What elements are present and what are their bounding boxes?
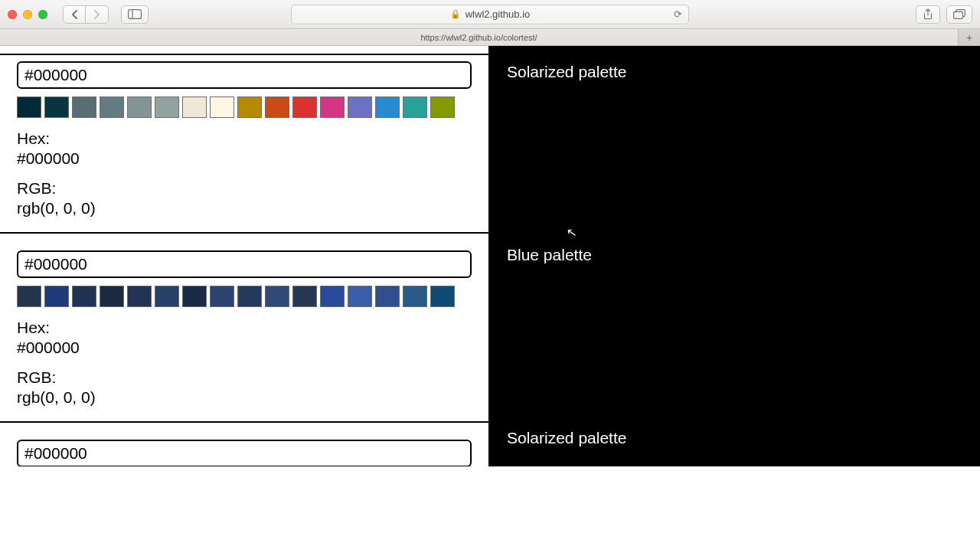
- swatch-row-1: [17, 286, 472, 307]
- color-swatch[interactable]: [375, 286, 400, 307]
- color-swatch[interactable]: [237, 96, 262, 118]
- tabs-icon: [953, 9, 965, 19]
- hex-label: Hex:: [17, 129, 472, 149]
- browser-titlebar: 🔒 wlwl2.github.io ⟳: [0, 0, 980, 29]
- color-swatch[interactable]: [44, 96, 69, 118]
- new-tab-button[interactable]: +: [959, 29, 980, 45]
- color-swatch[interactable]: [127, 286, 152, 307]
- color-swatch[interactable]: [210, 96, 234, 118]
- show-tabs-button[interactable]: [946, 5, 972, 24]
- back-button[interactable]: [63, 5, 86, 24]
- color-swatch[interactable]: [375, 96, 400, 118]
- color-swatch[interactable]: [100, 286, 124, 307]
- swatch-row-0: [17, 96, 472, 118]
- chevron-right-icon: [93, 10, 100, 19]
- tab-title: https://wlwl2.github.io/colortest/: [420, 33, 537, 42]
- palette-panel-1: Hex: #000000 RGB: rgb(0, 0, 0): [0, 234, 488, 423]
- share-button[interactable]: [916, 5, 940, 24]
- color-swatch[interactable]: [100, 96, 124, 118]
- address-bar[interactable]: 🔒 wlwl2.github.io ⟳: [291, 5, 689, 25]
- rgb-label: RGB:: [17, 178, 472, 198]
- color-swatch[interactable]: [127, 96, 152, 118]
- preview-title-1: Blue palette: [507, 246, 963, 264]
- preview-title-0: Solarized palette: [507, 63, 963, 81]
- left-column: Hex: #000000 RGB: rgb(0, 0, 0) Hex: #000…: [0, 46, 490, 466]
- hex-input-2[interactable]: [17, 440, 472, 466]
- color-swatch[interactable]: [237, 286, 262, 307]
- color-swatch[interactable]: [320, 96, 345, 118]
- share-icon: [923, 8, 933, 20]
- hex-label-block-0: Hex: #000000: [17, 129, 472, 169]
- svg-rect-0: [129, 10, 142, 19]
- tab-strip: https://wlwl2.github.io/colortest/ +: [0, 29, 980, 46]
- color-swatch[interactable]: [17, 286, 41, 307]
- chevron-left-icon: [71, 10, 78, 19]
- bottom-blank-area: [0, 466, 980, 543]
- color-swatch[interactable]: [72, 286, 96, 307]
- hex-value: #000000: [17, 338, 472, 358]
- right-column: Solarized palette Blue palette Solarized…: [490, 46, 980, 466]
- zoom-window-button[interactable]: [38, 10, 47, 19]
- sidebar-icon: [128, 9, 142, 19]
- close-window-button[interactable]: [8, 10, 17, 19]
- hex-label: Hex:: [17, 318, 472, 338]
- color-swatch[interactable]: [210, 286, 234, 307]
- color-swatch[interactable]: [292, 96, 317, 118]
- sidebar-toggle-button[interactable]: [121, 5, 149, 24]
- color-swatch[interactable]: [348, 96, 372, 118]
- color-swatch[interactable]: [348, 286, 372, 307]
- hex-value: #000000: [17, 149, 472, 168]
- rgb-label-block-0: RGB: rgb(0, 0, 0): [17, 178, 472, 219]
- color-swatch[interactable]: [320, 286, 345, 307]
- color-swatch[interactable]: [72, 96, 96, 118]
- color-swatch[interactable]: [403, 96, 427, 118]
- color-swatch[interactable]: [182, 286, 207, 307]
- nav-back-forward: [63, 5, 109, 24]
- rgb-label-block-1: RGB: rgb(0, 0, 0): [17, 368, 472, 408]
- color-swatch[interactable]: [292, 286, 317, 307]
- color-swatch[interactable]: [265, 96, 289, 118]
- rgb-label: RGB:: [17, 368, 472, 388]
- minimize-window-button[interactable]: [23, 10, 32, 19]
- hex-label-block-1: Hex: #000000: [17, 318, 472, 358]
- reload-button[interactable]: ⟳: [674, 8, 682, 20]
- svg-rect-3: [954, 11, 963, 18]
- preview-panel-1: Blue palette: [490, 229, 980, 412]
- tab-current[interactable]: https://wlwl2.github.io/colortest/: [0, 29, 959, 45]
- color-swatch[interactable]: [430, 286, 455, 307]
- color-swatch[interactable]: [403, 286, 427, 307]
- hex-input-1[interactable]: [17, 250, 472, 278]
- preview-panel-2: Solarized palette: [490, 412, 980, 466]
- color-swatch[interactable]: [155, 96, 179, 118]
- color-swatch[interactable]: [17, 96, 41, 118]
- color-swatch[interactable]: [265, 286, 289, 307]
- forward-button[interactable]: [86, 5, 109, 24]
- color-swatch[interactable]: [182, 96, 207, 118]
- lock-icon: 🔒: [450, 9, 461, 19]
- color-swatch[interactable]: [44, 286, 69, 307]
- rgb-value: rgb(0, 0, 0): [17, 388, 472, 407]
- window-controls: [8, 10, 47, 19]
- page-content: Hex: #000000 RGB: rgb(0, 0, 0) Hex: #000…: [0, 46, 980, 466]
- preview-title-2: Solarized palette: [507, 429, 963, 447]
- palette-panel-0: Hex: #000000 RGB: rgb(0, 0, 0): [0, 54, 488, 234]
- rgb-value: rgb(0, 0, 0): [17, 198, 472, 218]
- preview-panel-0: Solarized palette: [490, 46, 980, 229]
- color-swatch[interactable]: [430, 96, 455, 118]
- palette-panel-2: [0, 423, 488, 466]
- address-bar-host: wlwl2.github.io: [466, 8, 531, 20]
- hex-input-0[interactable]: [17, 61, 472, 89]
- toolbar-right: [916, 5, 972, 24]
- color-swatch[interactable]: [155, 286, 179, 307]
